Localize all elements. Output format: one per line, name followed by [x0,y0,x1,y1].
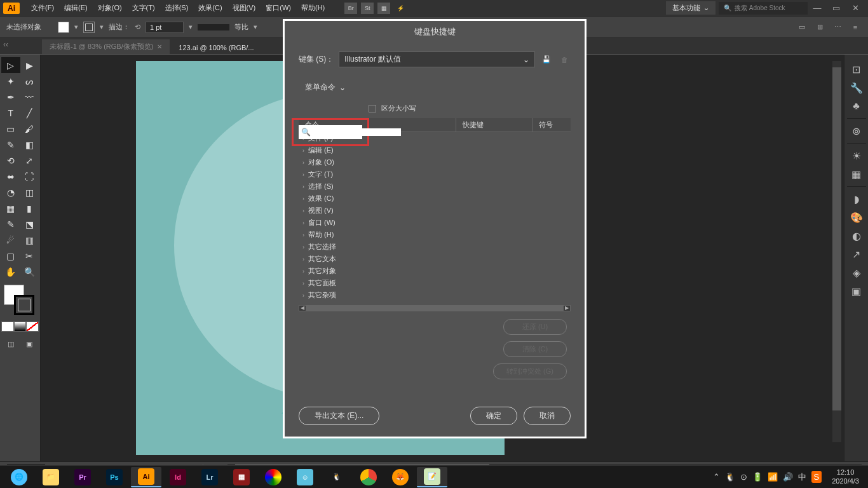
tray-up-icon[interactable]: ⌃ [713,472,720,482]
fill-stroke-swatches[interactable] [1,285,39,316]
pen-tool[interactable]: ✒ [1,89,20,105]
perspective-tool[interactable]: ◫ [20,184,39,200]
document-tab-2[interactable]: 123.ai @ 100% (RGB/... [171,41,261,54]
menu-edit[interactable]: 编辑(E) [59,1,93,15]
tray-volume-icon[interactable]: 🔊 [783,472,793,482]
taskbar-photoshop-icon[interactable]: Ps [99,467,130,487]
gradient-tool[interactable]: ▮ [20,200,39,216]
taskbar-indesign-icon[interactable]: Id [163,467,193,487]
ok-button[interactable]: 确定 [470,407,517,425]
stock-icon[interactable]: St [361,3,374,14]
color-mode-solid[interactable] [1,322,14,332]
search-field[interactable] [311,128,401,136]
close-icon[interactable]: ✕ [157,43,162,50]
brushes-panel-icon[interactable]: ♣ [848,98,865,114]
tray-app-icon[interactable]: ⊙ [740,472,747,482]
vertical-scrollbar[interactable] [832,61,841,442]
minimize-button[interactable]: — [808,3,827,13]
transform-icon[interactable]: ▭ [796,21,808,34]
cancel-button[interactable]: 取消 [524,407,571,425]
scroll-right-icon[interactable]: ▶ [564,305,570,311]
artboards-panel-icon[interactable]: ▣ [848,283,865,299]
fill-swatch[interactable] [58,22,69,33]
list-item[interactable]: ›窗口 (W) [299,217,571,229]
workspace-switcher[interactable]: 基本功能 ⌄ [666,1,715,15]
direct-selection-tool[interactable]: ▶ [20,57,39,73]
uniform-dropdown-icon[interactable]: ▾ [254,23,257,31]
shaper-tool[interactable]: ✎ [1,137,20,152]
list-item[interactable]: ›文字 (T) [299,168,571,180]
taskbar-clock[interactable]: 12:10 2020/4/3 [827,468,864,485]
list-item[interactable]: ›其它杂项 [299,289,571,301]
slice-tool[interactable]: ✂ [20,248,39,264]
artboard-tool[interactable]: ▢ [1,248,20,264]
search-stock-input[interactable]: 🔍 搜索 Adobe Stock [719,2,808,15]
prefs-icon[interactable]: ⋯ [831,21,844,34]
scale-tool[interactable]: ⤢ [20,152,39,168]
align-icon[interactable]: ⊞ [813,21,826,34]
symbol-sprayer-tool[interactable]: ☄ [1,232,20,248]
screen-mode-icon[interactable]: ▣ [20,337,39,351]
panel-menu-icon[interactable]: ≡ [849,21,862,34]
taskbar-explorer-icon[interactable]: 📁 [36,467,66,487]
tray-battery-icon[interactable]: 🔋 [752,472,763,482]
list-item[interactable]: ›其它面板 [299,277,571,289]
appearance-panel-icon[interactable]: ↗ [848,246,865,262]
paintbrush-tool[interactable]: 🖌 [20,121,39,137]
rectangle-tool[interactable]: ▭ [1,121,20,137]
eraser-tool[interactable]: ◧ [20,137,39,152]
list-item[interactable]: ›帮助 (H) [299,229,571,241]
list-item[interactable]: ›视图 (V) [299,205,571,217]
tray-network-icon[interactable]: 📶 [768,472,778,482]
type-tool[interactable]: T [1,105,20,121]
taskbar-app-1-icon[interactable]: ▦ [226,467,257,487]
keyset-select[interactable]: Illustrator 默认值 ⌄ [339,51,535,67]
taskbar-app-2-icon[interactable] [258,467,288,487]
document-tab-1[interactable]: 未标题-1 @ 83% (RGB/像素预览) ✕ [42,39,170,54]
vscroll-thumb[interactable] [832,67,841,410]
curvature-tool[interactable]: 〰 [20,89,39,105]
shortcut-search-input[interactable]: 🔍 [299,125,362,139]
list-horizontal-scrollbar[interactable]: ◀ ▶ [299,305,571,311]
menu-window[interactable]: 窗口(W) [261,1,296,15]
close-button[interactable]: ✕ [846,3,865,13]
taskbar-premiere-icon[interactable]: Pr [67,467,98,487]
graph-tool[interactable]: ▥ [20,232,39,248]
blend-tool[interactable]: ⬔ [20,216,39,232]
properties-panel-icon[interactable]: ⊡ [848,61,865,78]
stroke-color-swatch[interactable] [14,295,34,315]
case-sensitive-checkbox[interactable] [369,105,376,112]
menu-view[interactable]: 视图(V) [227,1,261,15]
rotate-tool[interactable]: ⟲ [1,152,20,168]
menu-object[interactable]: 对象(O) [93,1,127,15]
stroke-weight-input[interactable] [146,22,184,33]
tab-arrange-icon[interactable]: ‹‹ [3,40,11,48]
swatches-panel-icon[interactable]: ▦ [848,166,865,182]
taskbar-chrome-icon[interactable] [353,467,384,487]
bridge-icon[interactable]: Br [344,3,357,14]
category-select[interactable]: 菜单命令 ⌄ [299,80,571,95]
free-transform-tool[interactable]: ⛶ [20,168,39,184]
color-mode-none[interactable] [26,322,39,332]
taskbar-app-3-icon[interactable]: ☺ [290,467,320,487]
list-item[interactable]: ›对象 (O) [299,156,571,168]
draw-mode-icon[interactable]: ◫ [1,337,20,351]
hand-tool[interactable]: ✋ [1,264,20,280]
list-item[interactable]: ›选择 (S) [299,180,571,193]
stroke-weight-dropdown-icon[interactable]: ▾ [189,23,193,31]
transparency-panel-icon[interactable]: ◐ [848,227,865,244]
menu-file[interactable]: 文件(F) [26,1,59,15]
save-keyset-icon[interactable]: 💾 [540,53,553,66]
magic-wand-tool[interactable]: ✦ [1,73,20,89]
export-text-button[interactable]: 导出文本 (E)... [299,407,379,425]
stroke-weight-link-icon[interactable]: ⟲ [135,23,140,31]
mesh-tool[interactable]: ▦ [1,200,20,216]
tray-ime-icon[interactable]: 中 [798,471,806,483]
list-item[interactable]: ›其它文本 [299,253,571,265]
taskbar-illustrator-icon[interactable]: Ai [131,467,161,487]
gpu-icon[interactable]: ⚡ [394,3,407,14]
menu-help[interactable]: 帮助(H) [296,1,330,15]
list-item[interactable]: ›效果 (C) [299,193,571,205]
shape-builder-tool[interactable]: ◔ [1,184,20,200]
stroke-dropdown-icon[interactable]: ▾ [100,23,104,31]
